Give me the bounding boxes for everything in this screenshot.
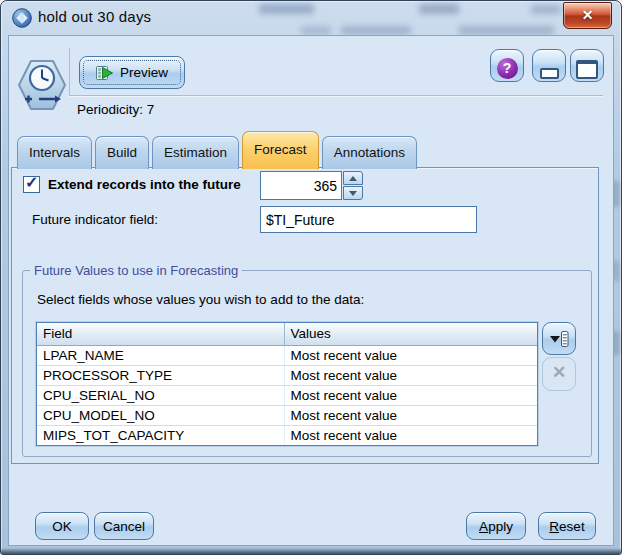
glass-reflection — [531, 5, 561, 14]
preview-button[interactable]: Preview — [79, 56, 185, 89]
ok-button[interactable]: OK — [35, 512, 89, 540]
window-bottom-edge — [1, 548, 621, 554]
titlebar[interactable]: hold out 30 days ✕ — [1, 1, 621, 35]
extend-records-checkbox[interactable]: ✓ — [23, 176, 40, 193]
cell-field: LPAR_NAME — [37, 345, 284, 365]
cell-field: CPU_MODEL_NO — [37, 405, 284, 425]
spinner-up-button[interactable] — [343, 171, 363, 185]
checkmark-icon: ✓ — [25, 173, 38, 192]
cell-value: Most recent value — [284, 385, 537, 405]
extend-records-label: Extend records into the future — [48, 177, 241, 192]
tab-build[interactable]: Build — [95, 136, 149, 169]
expand-button[interactable] — [570, 49, 604, 82]
select-fields-instruction: Select fields whose values you wish to a… — [37, 292, 364, 307]
future-values-group-title: Future Values to use in Forecasting — [30, 263, 242, 278]
close-button[interactable]: ✕ — [563, 2, 612, 29]
arrow-down-icon — [349, 191, 357, 196]
cell-value: Most recent value — [284, 405, 537, 425]
collapse-icon — [540, 68, 559, 79]
tab-estimation[interactable]: Estimation — [152, 136, 239, 169]
cell-value: Most recent value — [284, 425, 537, 445]
field-picker-button[interactable] — [542, 322, 576, 355]
tab-bar: Intervals Build Estimation Forecast Anno… — [17, 131, 417, 169]
modeler-gem-icon — [12, 8, 32, 28]
cell-field: CPU_SERIAL_NO — [37, 385, 284, 405]
table-header-row: Field Values — [37, 323, 537, 345]
tab-forecast[interactable]: Forecast — [242, 131, 319, 169]
spinner-down-button[interactable] — [343, 186, 363, 200]
help-icon: ? — [497, 58, 518, 79]
tab-intervals[interactable]: Intervals — [17, 136, 92, 169]
cancel-button[interactable]: Cancel — [94, 512, 154, 540]
cell-value: Most recent value — [284, 345, 537, 365]
arrow-up-icon — [349, 176, 357, 181]
table-row[interactable]: PROCESSOR_TYPE Most recent value — [37, 365, 537, 385]
future-records-spinner — [260, 171, 363, 200]
glass-reflection — [301, 26, 331, 35]
apply-button[interactable]: Apply — [466, 512, 526, 540]
column-header-field[interactable]: Field — [37, 323, 284, 345]
spinner-buttons — [343, 171, 363, 200]
table-row[interactable]: LPAR_NAME Most recent value — [37, 345, 537, 365]
glass-reflection — [459, 26, 554, 35]
toolbar-divider — [69, 48, 70, 96]
dialog-window: hold out 30 days ✕ — [0, 0, 622, 555]
reset-button[interactable]: Reset — [538, 512, 596, 540]
field-picker-icon — [543, 330, 575, 348]
table-row[interactable]: MIPS_TOT_CAPACITY Most recent value — [37, 425, 537, 445]
preview-label: Preview — [120, 65, 168, 80]
future-indicator-input[interactable] — [260, 206, 477, 233]
periodicity-text: Periodicity: 7 — [77, 102, 154, 117]
close-icon: ✕ — [564, 3, 611, 27]
future-indicator-label: Future indicator field: — [32, 212, 158, 227]
delete-field-button[interactable]: ✕ — [542, 357, 576, 391]
glass-reflection — [259, 4, 314, 14]
delete-icon: ✕ — [543, 358, 575, 388]
future-values-table: Field Values LPAR_NAME Most recent value… — [36, 322, 538, 446]
expand-icon — [576, 60, 598, 79]
window-title: hold out 30 days — [38, 1, 151, 33]
dialog-body: Preview Periodicity: 7 ? Intervals Build… — [8, 35, 614, 546]
toolbar-divider — [69, 95, 603, 96]
table-row[interactable]: CPU_SERIAL_NO Most recent value — [37, 385, 537, 405]
preview-play-icon — [96, 65, 114, 81]
glass-reflection — [419, 4, 459, 14]
table-row[interactable]: CPU_MODEL_NO Most recent value — [37, 405, 537, 425]
glass-reflection — [341, 26, 411, 35]
cell-field: MIPS_TOT_CAPACITY — [37, 425, 284, 445]
collapse-button[interactable] — [532, 49, 566, 82]
cell-value: Most recent value — [284, 365, 537, 385]
time-intervals-node-icon — [15, 58, 69, 112]
future-records-input[interactable] — [260, 171, 342, 200]
help-button[interactable]: ? — [490, 49, 524, 82]
column-header-values[interactable]: Values — [284, 323, 537, 345]
cell-field: PROCESSOR_TYPE — [37, 365, 284, 385]
tab-annotations[interactable]: Annotations — [322, 136, 417, 169]
